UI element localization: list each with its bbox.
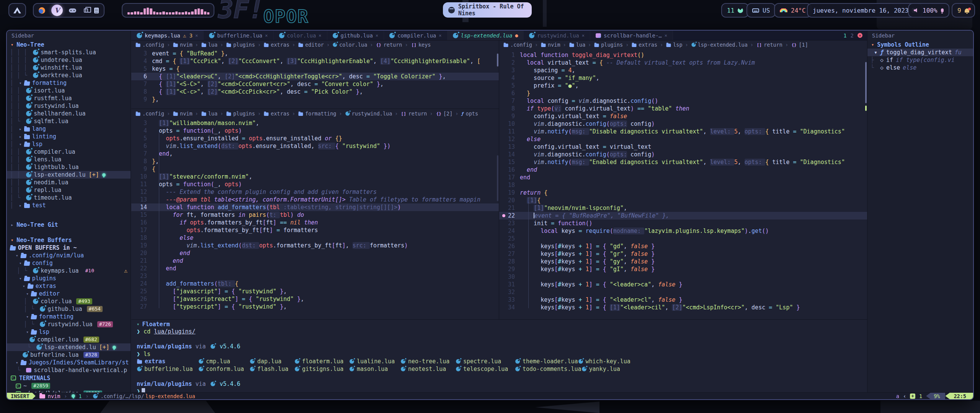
breadcrumb-item[interactable]: nvim (173, 42, 193, 48)
code-line-9[interactable]: 9}, (131, 96, 499, 103)
code-line-20[interactable]: 20 [1]{ (499, 197, 867, 204)
code-line-5[interactable]: 5keys = { (131, 65, 499, 73)
breadcrumb-item[interactable]: editor (298, 42, 324, 48)
breadcrumb-item[interactable]: nvim (541, 42, 560, 48)
tab-lsp-extended-lua[interactable]: lsp-extended.lua● (448, 31, 524, 40)
code-line-5[interactable]: 5 opts.ensure_installed = opts.ensure_in… (131, 135, 499, 142)
code-line-18[interactable]: 18 (499, 181, 867, 189)
outline-item-toggle_diag_virtext[interactable]: ▾ƒtoggle_diag_virtextfu (867, 49, 974, 56)
code-line-26[interactable]: 26 keys[#keys + 1] = { "gd", false } (499, 242, 867, 250)
code-line-18[interactable]: 18 else (131, 234, 499, 242)
breadcrumb-item[interactable]: lsp-extended.lua (691, 42, 748, 48)
breadcrumb-item[interactable]: plugins (594, 42, 623, 48)
notifications-module[interactable]: 9 (952, 3, 975, 18)
document-icon[interactable] (94, 8, 99, 13)
chevron-down-icon[interactable]: ▾ (137, 322, 142, 327)
code-line-8[interactable]: 8}, (131, 158, 499, 165)
workspace-vim-active[interactable]: V (51, 5, 63, 16)
breadcrumb-item[interactable]: []keys (411, 42, 431, 48)
close-icon[interactable]: × (195, 33, 198, 38)
breadcrumb-item[interactable]: lua (569, 42, 585, 48)
file-entry[interactable]: neotest.lua (400, 366, 456, 372)
tree-item[interactable]: │ │ lsp-extended.lu[+] (7, 171, 131, 179)
breadcrumb-item[interactable]: extras (263, 42, 289, 48)
close-icon[interactable]: × (265, 33, 268, 38)
close-all-button[interactable]: × (858, 33, 862, 38)
tree-item[interactable]: │ └ keymaps.lua#10⚠ (7, 267, 131, 275)
tree-item[interactable]: │ │ repl.lua (7, 186, 131, 194)
tree-item[interactable]: │ │ rustfmt.lua (7, 94, 131, 102)
tree-item[interactable]: │ ▸linting (7, 133, 131, 140)
scrollbar-thumb[interactable] (497, 155, 498, 201)
code-line-25[interactable]: 25 (499, 235, 867, 242)
code-line-9[interactable]: 9 config.virtual_text = false (499, 112, 867, 120)
tree-item[interactable]: │ └ github.lua#654 (7, 305, 131, 313)
code-line-7[interactable]: 7 local config = vim.diagnostic.config() (499, 97, 867, 105)
tree-item[interactable]: │ └ timeout.lua (7, 194, 131, 202)
tree-item[interactable]: │ │ │ undotree.lua (7, 56, 131, 64)
code-line-16[interactable]: 16 if opts.formatters_by_ft[ft] == nil t… (131, 219, 499, 226)
tree-item[interactable]: │ │ lightbulb.lua (7, 163, 131, 171)
tree-item[interactable]: │ ▸test (7, 202, 131, 209)
code-line-27[interactable]: 27 ["typescript"] = { "rustywind" }, (131, 303, 499, 311)
code-line-11[interactable]: 11 vim.notify(msg: "Disable diagnostics … (499, 128, 867, 135)
tree-item[interactable]: ▾editor (7, 290, 131, 298)
tree-item[interactable]: └ lsp-extended.lu[+] (7, 343, 131, 351)
code-line-8[interactable]: 8 if type(v: config.virtual_text) == "ta… (499, 105, 867, 112)
tab-github-lua[interactable]: github.lua× (327, 31, 384, 40)
code-line-21[interactable]: 21 [1]"neovim/nvim-lspconfig", (499, 204, 867, 212)
code-line-19[interactable]: 19return { (499, 189, 867, 197)
code-line-32[interactable]: 32 (499, 288, 867, 296)
breadcrumb-item[interactable]: plugins (226, 111, 255, 117)
code-line-27[interactable]: 27 keys[#keys + 1] = { "gr", false } (499, 250, 867, 258)
tree-item[interactable]: │ │ neodim.lua (7, 179, 131, 186)
file-entry[interactable]: bufferline.lua (137, 366, 198, 372)
tree-item[interactable]: │ └ sqlfmt.lua (7, 117, 131, 125)
file-entry[interactable]: theme-loader.lua (515, 358, 578, 365)
code-line-12[interactable]: 12 else (499, 135, 867, 143)
tab-page-1[interactable]: 1 (843, 33, 846, 39)
tree-item[interactable]: │ color.lua#493 (7, 298, 131, 305)
file-entry[interactable]: cmp.lua (198, 358, 250, 365)
section-neo-tree-git[interactable]: ▸Neo-Tree Git (7, 221, 131, 229)
tab-rustywind-lua[interactable]: rustywind.lua× (524, 31, 590, 40)
tree-item[interactable]: ▾extras (7, 282, 131, 290)
code-line-3[interactable]: 3event = { "BufRead" }, (131, 50, 499, 57)
tree-item[interactable]: ▾config (7, 259, 131, 267)
file-entry[interactable]: lualine.lua (349, 358, 400, 365)
code-line-4[interactable]: 4cmd = { [1]"CccPick", [2]"CccConvert", … (131, 57, 499, 65)
scrollbar-thumb[interactable] (865, 62, 867, 103)
weather-module[interactable]: 24°C (774, 3, 812, 18)
code-line-10[interactable]: 10 vim.diagnostic.config(opts: config) (499, 120, 867, 128)
tree-item[interactable]: ▾.config/nvim/lua (7, 252, 131, 259)
breadcrumb-item[interactable]: extras (263, 111, 289, 117)
section-neo-tree[interactable]: ▾Neo-Tree (7, 41, 131, 49)
tree-item[interactable]: │ │ isort.lua (7, 87, 131, 94)
close-icon[interactable]: × (439, 33, 441, 38)
breadcrumb-item[interactable]: {}[2] (436, 111, 453, 117)
breadcrumb-item[interactable]: []return (756, 42, 782, 48)
tree-item[interactable]: compiler.lua#682 (7, 336, 131, 343)
tab-bufferline-lua[interactable]: bufferline.lua× (204, 31, 273, 40)
breadcrumb-item[interactable]: plugins (226, 42, 255, 48)
code-line-12[interactable]: 12 --- Extend the conform plugin config … (131, 188, 499, 196)
code-line-19[interactable]: 19 vim.list_extend(dst: opts.formatters_… (131, 242, 499, 249)
file-entry[interactable]: floaterm.lua (294, 358, 349, 365)
code-line-29[interactable]: 29 keys[#keys + 1] = { "gI", false } (499, 265, 867, 273)
breadcrumb-item[interactable]: nvim (173, 111, 193, 117)
gamepad-icon[interactable] (69, 8, 76, 13)
tree-item[interactable]: │ │ lens.lua (7, 156, 131, 163)
code-line-31[interactable]: 31 keys[#keys + 1] = { "<leader>ca", fal… (499, 281, 867, 288)
breadcrumb-item[interactable]: formatting (298, 111, 336, 117)
breadcrumb-item[interactable]: {}return (376, 42, 402, 48)
breadcrumb-item[interactable]: extras (631, 42, 657, 48)
breadcrumb-item[interactable]: color.lua (332, 42, 367, 48)
tab-page-2[interactable]: 2 (851, 33, 854, 39)
breadcrumb-item[interactable]: rustywind.lua (345, 111, 392, 117)
code-line-9[interactable]: 9{ (131, 165, 499, 173)
code-line-17[interactable]: 17 opts.formatters_by_ft[ft] = formatter… (131, 226, 499, 234)
file-entry[interactable]: flash.lua (250, 366, 294, 372)
tab-color-lua[interactable]: color.lua× (274, 31, 327, 40)
code-line-33[interactable]: 33 keys[#keys + 1] = { "<leader>cl", fal… (499, 296, 867, 304)
window-stack-icon[interactable] (84, 8, 88, 13)
